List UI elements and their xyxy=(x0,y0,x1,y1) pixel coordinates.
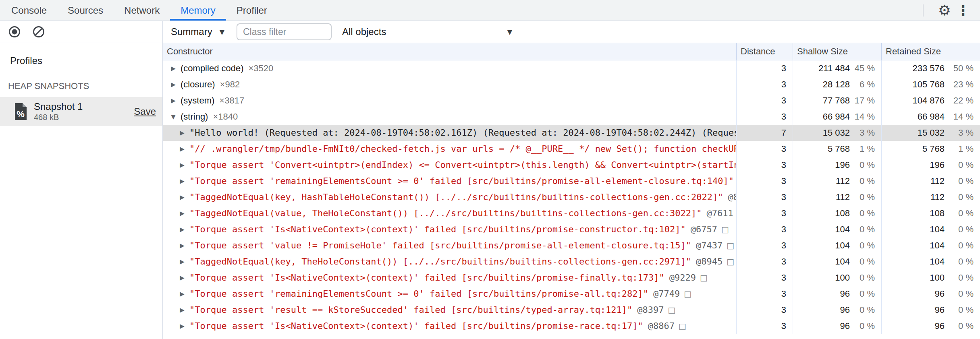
shallow-size-value: 28 128 xyxy=(823,76,850,93)
retained-size-cell: 104 876 22 % xyxy=(882,93,980,109)
tree-row[interactable]: ▶ "TaggedNotEqual(key, TheHoleConstant()… xyxy=(163,254,980,270)
object-id: @8 xyxy=(728,189,737,205)
expand-arrow-icon[interactable]: ▶ xyxy=(177,302,187,318)
tree-row[interactable]: ▶ "// .wrangler/tmp/bundle-FmNIt0/checke… xyxy=(163,141,980,157)
expand-arrow-icon[interactable]: ▶ xyxy=(168,76,178,93)
expand-arrow-icon[interactable]: ▶ xyxy=(177,157,187,173)
constructor-cell: ▶ "Torque assert 'Is<NativeContext>(cont… xyxy=(163,221,737,238)
tree-row[interactable]: ▶ "Torque assert 'Is<NativeContext>(cont… xyxy=(163,270,980,286)
perspective-select[interactable]: Summary ▼ xyxy=(171,26,224,37)
retained-size-value: 104 876 xyxy=(912,93,945,109)
distance-cell: 3 xyxy=(737,254,793,270)
shallow-size-value: 100 xyxy=(835,270,850,286)
expand-arrow-icon[interactable]: ▶ xyxy=(177,221,187,238)
grid-body: ▶ (compiled code) ×3520 3 211 484 45 % 2… xyxy=(163,60,980,339)
preview-box-icon: □ xyxy=(727,254,734,270)
expand-arrow-icon[interactable]: ▶ xyxy=(177,141,187,157)
sidebar-item-snapshot-1[interactable]: % Snapshot 1 468 kB Save xyxy=(0,97,162,126)
retained-size-value: 100 xyxy=(930,270,945,286)
expand-arrow-icon[interactable]: ▶ xyxy=(177,318,187,334)
tree-row[interactable]: ▶ "Torque assert 'value != PromiseHole' … xyxy=(163,238,980,254)
settings-gear-icon[interactable]: ⚙ xyxy=(934,2,955,19)
more-menu-icon[interactable]: ⋮ xyxy=(955,2,971,19)
column-header-constructor[interactable]: Constructor xyxy=(163,43,737,60)
retained-size-value: 96 xyxy=(935,302,945,318)
constructor-cell: ▶ "Torque assert 'Convert<uintptr>(endIn… xyxy=(163,157,737,173)
shallow-size-percent: 0 % xyxy=(850,302,875,318)
distance-cell: 3 xyxy=(737,302,793,318)
class-filter-input[interactable] xyxy=(237,23,332,40)
tab-network[interactable]: Network xyxy=(114,0,170,21)
expand-arrow-icon[interactable]: ▶ xyxy=(177,270,187,286)
tab-sources[interactable]: Sources xyxy=(57,0,114,21)
shallow-size-cell: 112 0 % xyxy=(793,189,882,205)
tree-row[interactable]: ▶ "Torque assert 'Is<NativeContext>(cont… xyxy=(163,318,980,334)
distance-cell: 3 xyxy=(737,173,793,189)
tree-row[interactable]: ▶ "TaggedNotEqual(key, HashTableHoleCons… xyxy=(163,189,980,205)
preview-box-icon: □ xyxy=(700,270,708,286)
shallow-size-cell: 96 0 % xyxy=(793,286,882,302)
tree-row[interactable]: ▶ "Torque assert 'remainingElementsCount… xyxy=(163,173,980,189)
snapshot-title: Snapshot 1 xyxy=(34,101,134,112)
constructor-cell: ▶ "TaggedNotEqual(key, TheHoleConstant()… xyxy=(163,254,737,270)
expand-arrow-icon[interactable]: ▶ xyxy=(168,93,178,109)
shallow-size-cell: 104 0 % xyxy=(793,254,882,270)
column-header-retained-size[interactable]: Retained Size xyxy=(882,43,980,60)
retained-size-percent: 0 % xyxy=(945,173,974,189)
tree-row[interactable]: ▼ (string) ×1840 3 66 984 14 % 66 984 14… xyxy=(163,109,980,125)
shallow-size-cell: 28 128 6 % xyxy=(793,76,882,93)
memory-toolbar: Summary ▼ All objects ▼ xyxy=(0,21,980,43)
expand-arrow-icon[interactable]: ▶ xyxy=(177,189,187,205)
expand-arrow-icon[interactable]: ▶ xyxy=(177,286,187,302)
tab-profiler[interactable]: Profiler xyxy=(226,0,278,21)
shallow-size-value: 196 xyxy=(835,157,850,173)
constructor-label: (system) xyxy=(181,93,214,109)
tree-row[interactable]: ▶ "Torque assert 'Convert<uintptr>(endIn… xyxy=(163,157,980,173)
save-snapshot-link[interactable]: Save xyxy=(134,106,156,117)
retained-size-percent: 50 % xyxy=(945,60,974,76)
column-header-shallow-size[interactable]: Shallow Size xyxy=(793,43,882,60)
tree-row[interactable]: ▶ "TaggedNotEqual(value, TheHoleConstant… xyxy=(163,205,980,221)
tree-row[interactable]: ▶ "Torque assert 'result == kStoreSucced… xyxy=(163,302,980,318)
constructor-label: (string) xyxy=(181,109,208,125)
shallow-size-percent: 3 % xyxy=(850,125,875,141)
shallow-size-percent: 0 % xyxy=(850,205,875,221)
tree-row[interactable]: ▶ (closure) ×982 3 28 128 6 % 105 768 23… xyxy=(163,76,980,93)
object-scope-select[interactable]: All objects ▼ xyxy=(342,26,512,37)
tree-row[interactable]: ▶ "Torque assert 'remainingElementsCount… xyxy=(163,286,980,302)
distance-cell: 3 xyxy=(737,189,793,205)
svg-text:%: % xyxy=(17,109,25,119)
expand-arrow-icon[interactable]: ▶ xyxy=(177,254,187,270)
constructor-label: (compiled code) xyxy=(181,60,244,76)
expand-arrow-icon[interactable]: ▶ xyxy=(177,205,187,221)
tab-memory[interactable]: Memory xyxy=(170,0,226,21)
retained-size-cell: 15 032 3 % xyxy=(882,125,980,141)
shallow-size-value: 66 984 xyxy=(823,109,850,125)
clear-profiles-icon[interactable] xyxy=(32,25,45,38)
tree-row[interactable]: ▶ "Torque assert 'Is<NativeContext>(cont… xyxy=(163,221,980,238)
instance-count: ×3520 xyxy=(249,60,274,76)
retained-size-percent: 0 % xyxy=(945,189,974,205)
shallow-size-percent: 0 % xyxy=(850,270,875,286)
retained-size-cell: 105 768 23 % xyxy=(882,76,980,93)
column-header-distance[interactable]: Distance xyxy=(737,43,793,60)
expand-arrow-icon[interactable]: ▶ xyxy=(168,60,178,76)
tree-row[interactable]: ▶ "Hello world! (Requested at: 2024-08-1… xyxy=(163,125,980,141)
expand-arrow-icon[interactable]: ▼ xyxy=(168,109,178,125)
shallow-size-value: 108 xyxy=(835,205,850,221)
tree-row[interactable]: ▶ (system) ×3817 3 77 768 17 % 104 876 2… xyxy=(163,93,980,109)
shallow-size-value: 104 xyxy=(835,254,850,270)
retained-size-value: 104 xyxy=(930,221,945,238)
retained-size-cell: 196 0 % xyxy=(882,157,980,173)
distance-cell: 3 xyxy=(737,157,793,173)
distance-cell: 3 xyxy=(737,109,793,125)
tree-row[interactable]: ▶ (compiled code) ×3520 3 211 484 45 % 2… xyxy=(163,60,980,76)
tab-console[interactable]: Console xyxy=(1,0,57,21)
expand-arrow-icon[interactable]: ▶ xyxy=(177,173,187,189)
expand-arrow-icon[interactable]: ▶ xyxy=(177,125,187,141)
shallow-size-cell: 96 0 % xyxy=(793,318,882,334)
record-heap-snapshot-icon[interactable] xyxy=(8,25,21,38)
retained-size-cell: 104 0 % xyxy=(882,254,980,270)
expand-arrow-icon[interactable]: ▶ xyxy=(177,238,187,254)
constructor-label: "TaggedNotEqual(key, TheHoleConstant()) … xyxy=(189,254,691,270)
